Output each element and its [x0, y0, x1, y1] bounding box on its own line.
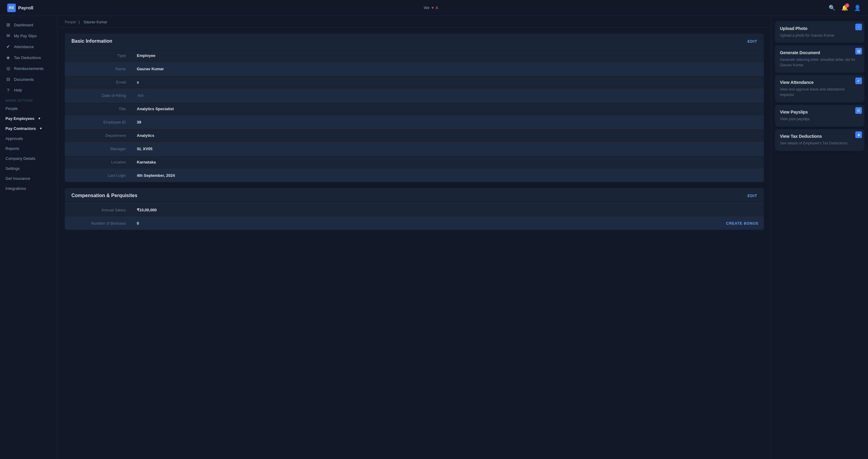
sidebar-item-help[interactable]: ? Help — [0, 85, 57, 95]
compensation-edit-button[interactable]: EDIT — [748, 193, 757, 198]
pay-contractors-caret-icon: ▾ — [40, 127, 42, 130]
sidebar-item-integrations[interactable]: Integrations — [0, 183, 57, 193]
upload-photo-corner-icon: ↑ — [855, 24, 862, 30]
field-label-name: Name — [65, 64, 131, 74]
table-row: Email s — [65, 75, 764, 89]
field-value-date-of-hiring: -NA- — [131, 90, 764, 101]
top-navbar: RX Payroll We ♥ A 🔍 🔔 1 👤 — [0, 0, 868, 16]
view-payslips-card[interactable]: ⊟ View Payslips View past payslips — [775, 105, 864, 127]
field-label-annual-salary: Annual Salary — [65, 205, 131, 215]
breadcrumb-current: Gaurav Kumar — [84, 20, 107, 24]
upload-photo-desc: Upload a photo for Gaurav Kumar — [780, 33, 860, 38]
sidebar-item-attendance[interactable]: ✔ Attendance — [0, 41, 57, 52]
table-row: Last Login 4th September, 2024 — [65, 169, 764, 182]
field-value-title: Analytics Specialist — [131, 103, 764, 114]
top-center-text: We ♥ A — [424, 5, 438, 10]
upload-photo-title: Upload Photo — [780, 26, 860, 31]
field-value-type: Employee — [131, 50, 764, 61]
reimbursements-icon: ◎ — [5, 66, 11, 71]
view-attendance-title: View Attendance — [780, 80, 860, 85]
view-tax-deductions-corner-icon: ◈ — [855, 131, 862, 138]
breadcrumb: People | Gaurav Kumar — [58, 16, 771, 28]
field-value-location: Karnataka — [131, 157, 764, 167]
tax-icon: ◈ — [5, 55, 11, 60]
field-label-manager: Manager — [65, 144, 131, 154]
field-value-manager: SL XV05 — [131, 144, 764, 154]
sidebar-item-pay-employees[interactable]: Pay Employees ▾ — [0, 114, 57, 124]
compensation-card: Compensation & Perquisites EDIT Annual S… — [65, 188, 764, 230]
search-button[interactable]: 🔍 — [829, 4, 835, 11]
table-row: Title Analytics Specialist — [65, 102, 764, 115]
pay-employees-caret-icon: ▾ — [38, 117, 40, 121]
top-nav-actions: 🔍 🔔 1 👤 — [829, 4, 861, 11]
field-label-type: Type — [65, 50, 131, 61]
sidebar-item-get-insurance[interactable]: Get Insurance — [0, 174, 57, 183]
table-row: Annual Salary ₹10,00,000 — [65, 203, 764, 216]
sidebar-item-dashboard[interactable]: ⊞ Dashboard — [0, 19, 57, 30]
app-name: Payroll — [18, 5, 33, 10]
field-value-department: Analytics — [131, 130, 764, 141]
field-label-location: Location — [65, 157, 131, 167]
documents-icon: ⊟ — [5, 76, 11, 82]
user-profile-button[interactable]: 👤 — [854, 4, 861, 11]
field-value-bonuses: 0 — [131, 218, 726, 228]
admin-options-label: ADMIN OPTIONS — [0, 95, 57, 103]
view-tax-deductions-desc: See details of Employee's Tax Deductions — [780, 141, 860, 146]
create-bonus-button[interactable]: CREATE BONUS — [726, 221, 758, 225]
razorpay-logo-icon: RX — [7, 4, 16, 12]
content-wrapper: Basic Information EDIT Type Employee Nam… — [58, 28, 771, 242]
payslips-icon: ✉ — [5, 33, 11, 38]
field-label-employee-id: Employee ID — [65, 117, 131, 127]
view-attendance-card[interactable]: ✔ View Attendance View and approve leave… — [775, 75, 864, 102]
generate-document-desc: Generate relieving letter, bonafide lett… — [780, 57, 860, 68]
table-row: Department Analytics — [65, 129, 764, 142]
sidebar-item-reports[interactable]: Reports — [0, 144, 57, 153]
view-payslips-title: View Payslips — [780, 110, 860, 115]
basic-info-title: Basic Information — [71, 38, 112, 44]
view-tax-deductions-title: View Tax Deductions — [780, 134, 860, 139]
notifications-button[interactable]: 🔔 1 — [841, 4, 848, 11]
table-row: Employee ID 39 — [65, 115, 764, 129]
field-label-last-login: Last Login — [65, 170, 131, 181]
logo-area: RX Payroll — [7, 4, 33, 12]
field-value-email: s — [131, 77, 764, 88]
field-label-bonuses: Number of Bonuses — [65, 218, 131, 228]
sidebar-item-people[interactable]: People — [0, 103, 57, 114]
basic-info-edit-button[interactable]: EDIT — [748, 39, 757, 43]
heart-icon: ♥ — [431, 5, 434, 10]
view-payslips-corner-icon: ⊟ — [855, 107, 862, 114]
help-icon: ? — [5, 88, 11, 93]
table-row: Manager SL XV05 — [65, 142, 764, 155]
attendance-icon: ✔ — [5, 44, 11, 49]
field-label-date-of-hiring: Date of Hiring — [65, 90, 131, 101]
sidebar-item-tax-deductions[interactable]: ◈ Tax Deductions — [0, 52, 57, 63]
view-tax-deductions-card[interactable]: ◈ View Tax Deductions See details of Emp… — [775, 129, 864, 151]
view-payslips-desc: View past payslips — [780, 116, 860, 122]
field-value-employee-id: 39 — [131, 117, 764, 127]
sidebar-item-approvals[interactable]: Approvals — [0, 133, 57, 144]
sidebar-item-pay-contractors[interactable]: Pay Contractors ▾ — [0, 124, 57, 133]
table-row: Type Employee — [65, 49, 764, 62]
generate-document-title: Generate Document — [780, 50, 860, 55]
compensation-header: Compensation & Perquisites EDIT — [65, 188, 764, 203]
main-content: People | Gaurav Kumar Basic Information … — [58, 16, 771, 459]
field-value-annual-salary: ₹10,00,000 — [131, 205, 764, 215]
generate-document-card[interactable]: ▤ Generate Document Generate relieving l… — [775, 45, 864, 73]
sidebar-item-my-pay-slips[interactable]: ✉ My Pay Slips — [0, 30, 57, 41]
sidebar: ⊞ Dashboard ✉ My Pay Slips ✔ Attendance … — [0, 16, 58, 459]
dashboard-icon: ⊞ — [5, 22, 11, 28]
breadcrumb-separator: | — [79, 20, 80, 24]
field-label-email: Email — [65, 77, 131, 88]
basic-info-card: Basic Information EDIT Type Employee Nam… — [65, 34, 764, 182]
table-row: Name Gaurav Kumar — [65, 62, 764, 75]
sidebar-item-company-details[interactable]: Company Details — [0, 153, 57, 163]
table-row: Number of Bonuses 0 CREATE BONUS — [65, 216, 764, 230]
table-row: Location Karnataka — [65, 155, 764, 169]
view-attendance-corner-icon: ✔ — [855, 78, 862, 84]
field-label-title: Title — [65, 103, 131, 114]
sidebar-item-reimbursements[interactable]: ◎ Reimbursements — [0, 63, 57, 74]
sidebar-item-settings[interactable]: Settings — [0, 163, 57, 174]
upload-photo-card[interactable]: ↑ Upload Photo Upload a photo for Gaurav… — [775, 21, 864, 43]
breadcrumb-people-link[interactable]: People — [65, 20, 76, 24]
sidebar-item-documents[interactable]: ⊟ Documents — [0, 74, 57, 85]
